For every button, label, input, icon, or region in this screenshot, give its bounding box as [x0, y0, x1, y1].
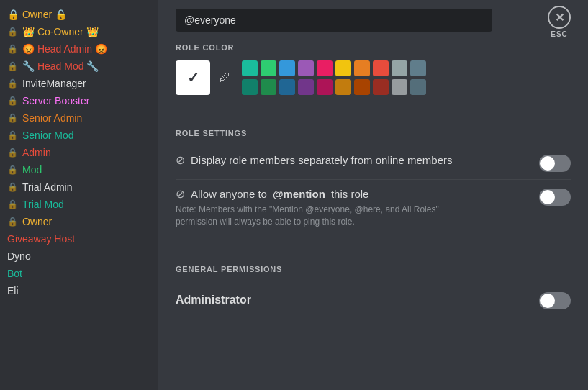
- color-row: ✓ 🖊: [176, 60, 571, 95]
- setting-mention-left: ⊘ Allow anyone to @mention this role Not…: [176, 187, 463, 228]
- color-dot-1-9[interactable]: [410, 79, 426, 95]
- color-dot-0-8[interactable]: [392, 60, 407, 76]
- setting-mention-title: ⊘ Allow anyone to @mention this role: [176, 187, 463, 201]
- sidebar-item-label: Giveaway Host: [7, 233, 75, 245]
- sidebar-item-mod[interactable]: 🔒Mod: [0, 161, 158, 178]
- sidebar-item-label: Mod: [22, 164, 42, 176]
- sidebar-item-trial-admin[interactable]: 🔒Trial Admin: [0, 178, 158, 196]
- eyedropper-icon[interactable]: 🖊: [214, 68, 235, 88]
- color-dot-1-2[interactable]: [279, 79, 295, 95]
- toggle-display-separately[interactable]: [539, 155, 571, 172]
- color-dot-0-1[interactable]: [261, 60, 276, 76]
- lock-icon: 🔒: [7, 130, 18, 140]
- lock-icon: 🔒: [7, 165, 18, 175]
- color-dot-0-2[interactable]: [279, 60, 295, 76]
- setting-mention-text-prefix: Allow anyone to: [191, 188, 267, 200]
- setting-display-text: Display role members separately from onl…: [191, 154, 452, 166]
- color-dot-0-4[interactable]: [317, 60, 333, 76]
- color-dot-0-6[interactable]: [354, 60, 370, 76]
- sidebar-item-label: 👑 Co-Owner 👑: [22, 26, 99, 37]
- esc-button[interactable]: ✕ ESC: [548, 6, 571, 38]
- color-section: ROLE COLOR ✓ 🖊: [176, 43, 571, 114]
- lock-icon: 🔒: [7, 78, 18, 89]
- setting-display-separately: ⊘ Display role members separately from o…: [176, 146, 571, 180]
- sidebar-item-label: Senior Mod: [22, 130, 74, 141]
- color-dot-1-0[interactable]: [242, 79, 258, 95]
- sidebar-item-label: Trial Admin: [22, 181, 73, 193]
- color-dot-1-3[interactable]: [298, 79, 314, 95]
- sidebar-item-trial-mod[interactable]: 🔒Trial Mod: [0, 196, 158, 213]
- role-settings-label: ROLE SETTINGS: [176, 129, 571, 137]
- main-content: ✕ ESC ROLE COLOR ✓ 🖊 ROLE SETTINGS ⊘ Dis…: [158, 0, 588, 390]
- administrator-label: Administrator: [176, 294, 251, 307]
- sidebar: 🔒 Owner 🔒🔒👑 Co-Owner 👑🔒😡 Head Admin 😡🔒🔧 …: [0, 0, 158, 390]
- lock-icon: 🔒: [7, 182, 18, 192]
- role-color-label: ROLE COLOR: [176, 43, 571, 52]
- role-settings-section: ROLE SETTINGS ⊘ Display role members sep…: [176, 129, 571, 250]
- sidebar-item-label: Owner: [22, 216, 52, 227]
- no-entry-icon-2: ⊘: [176, 187, 185, 201]
- color-palette-row-1: [242, 79, 426, 95]
- selected-color-swatch[interactable]: ✓: [176, 60, 210, 95]
- sidebar-item-senior-mod[interactable]: 🔒Senior Mod: [0, 127, 158, 144]
- lock-icon: 🔒: [7, 217, 18, 227]
- setting-allow-mention: ⊘ Allow anyone to @mention this role Not…: [176, 180, 571, 235]
- sidebar-item-label: Bot: [7, 268, 22, 279]
- color-dot-0-3[interactable]: [298, 60, 314, 76]
- top-bar: ✕ ESC: [176, 0, 571, 43]
- sidebar-item-bot[interactable]: Bot: [0, 265, 158, 282]
- sidebar-item-senior-admin[interactable]: 🔒Senior Admin: [0, 109, 158, 127]
- sidebar-item-server-booster[interactable]: 🔒Server Booster: [0, 92, 158, 109]
- sidebar-item-label: 🔧 Head Mod 🔧: [22, 60, 99, 72]
- color-dot-1-6[interactable]: [354, 79, 370, 95]
- toggle-administrator[interactable]: [539, 292, 571, 309]
- sidebar-item-head-mod[interactable]: 🔒🔧 Head Mod 🔧: [0, 58, 158, 75]
- color-dot-0-0[interactable]: [242, 60, 258, 76]
- color-dot-1-7[interactable]: [373, 79, 389, 95]
- color-dot-0-5[interactable]: [335, 60, 351, 76]
- toggle-knob-2: [540, 190, 555, 204]
- sidebar-item-giveaway-host[interactable]: Giveaway Host: [0, 230, 158, 248]
- color-dot-1-8[interactable]: [392, 79, 407, 95]
- lock-icon: 🔒: [7, 61, 18, 71]
- lock-icon: 🔒: [7, 199, 18, 209]
- color-dot-0-9[interactable]: [410, 60, 426, 76]
- sidebar-item-label: Senior Admin: [22, 112, 82, 124]
- lock-icon: 🔒: [7, 148, 18, 158]
- setting-mention-text-bold: @mention: [273, 188, 325, 200]
- color-dot-0-7[interactable]: [373, 60, 389, 76]
- sidebar-item-label: Admin: [22, 147, 51, 158]
- general-permissions-label: GENERAL PERMISSIONS: [176, 265, 571, 273]
- setting-display-title: ⊘ Display role members separately from o…: [176, 153, 452, 167]
- color-dot-1-5[interactable]: [335, 79, 351, 95]
- sidebar-item-label: 😡 Head Admin 😡: [22, 43, 107, 55]
- sidebar-item-head-admin[interactable]: 🔒😡 Head Admin 😡: [0, 40, 158, 58]
- permission-administrator-row: Administrator: [176, 282, 571, 318]
- setting-mention-text-suffix: this role: [331, 188, 369, 200]
- sidebar-item-owner[interactable]: 🔒 Owner 🔒: [0, 6, 158, 23]
- toggle-knob-admin: [540, 294, 555, 308]
- sidebar-item-label: Eli: [7, 285, 19, 296]
- esc-label: ESC: [551, 30, 568, 38]
- toggle-allow-mention[interactable]: [539, 189, 571, 206]
- checkmark-icon: ✓: [187, 69, 199, 86]
- sidebar-item-eli[interactable]: Eli: [0, 282, 158, 299]
- color-dot-1-4[interactable]: [317, 79, 333, 95]
- sidebar-item-invite-manager[interactable]: 🔒InviteManager: [0, 75, 158, 92]
- sidebar-item-label: 🔒 Owner 🔒: [7, 9, 67, 20]
- setting-mention-note: Note: Members with the "Mention @everyon…: [176, 204, 463, 228]
- color-dot-1-1[interactable]: [261, 79, 276, 95]
- sidebar-item-co-owner[interactable]: 🔒👑 Co-Owner 👑: [0, 23, 158, 40]
- sidebar-item-owner2[interactable]: 🔒Owner: [0, 213, 158, 230]
- role-name-input[interactable]: [176, 9, 492, 32]
- no-entry-icon-1: ⊘: [176, 153, 185, 167]
- sidebar-item-label: InviteManager: [22, 78, 86, 89]
- lock-icon: 🔒: [7, 44, 18, 54]
- sidebar-item-dyno[interactable]: Dyno: [0, 248, 158, 265]
- sidebar-item-label: Server Booster: [22, 95, 89, 106]
- lock-icon: 🔒: [7, 27, 18, 37]
- sidebar-item-admin[interactable]: 🔒Admin: [0, 144, 158, 161]
- color-palette-row-0: [242, 60, 426, 76]
- toggle-knob-1: [540, 156, 555, 171]
- general-permissions-section: GENERAL PERMISSIONS Administrator: [176, 265, 571, 318]
